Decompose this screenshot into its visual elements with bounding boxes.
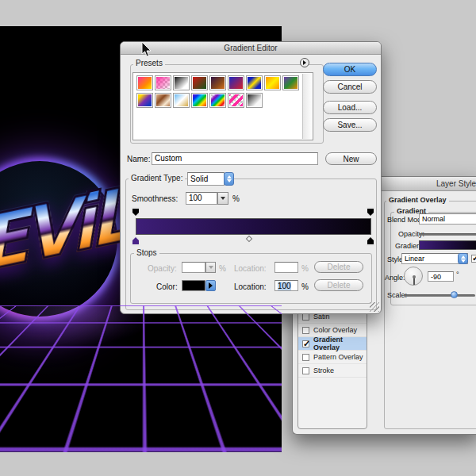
blend-mode-select[interactable]: Normal [419, 213, 476, 225]
gradient-editor-titlebar[interactable]: Gradient Editor [121, 42, 381, 55]
resize-grip[interactable] [370, 302, 379, 312]
scale-slider[interactable] [404, 294, 475, 297]
stop-opacity-input[interactable] [182, 262, 205, 273]
sidebar-item-label: Gradient Overlay [313, 336, 367, 351]
sidebar-item-label: Stroke [313, 367, 334, 374]
preset-swatch-violet-orange[interactable] [209, 75, 226, 90]
gradient-overlay-section-title: Gradient Overlay [386, 196, 449, 204]
angle-label: Angle: [385, 274, 405, 282]
save-button[interactable]: Save... [323, 118, 377, 132]
stop-opacity-label: Opacity: [148, 264, 177, 273]
gradient-overlay-swatch[interactable] [419, 240, 476, 250]
name-input[interactable]: Custom [152, 152, 318, 165]
stop-location2-input[interactable]: 100 [274, 280, 298, 291]
preset-swatch-orange-yellow-orange[interactable] [264, 75, 281, 90]
preset-swatch-violet-green-orange[interactable] [282, 75, 299, 90]
checkbox-stroke[interactable] [302, 367, 309, 374]
preset-swatch-yellow-violet-blue[interactable] [136, 93, 153, 108]
preset-swatch-copper[interactable] [155, 93, 171, 108]
checkbox-pattern-overlay[interactable] [302, 354, 309, 361]
sidebar-item-pattern-overlay[interactable]: Pattern Overlay [298, 351, 367, 364]
ok-button[interactable]: OK [323, 63, 377, 76]
mouse-cursor-icon [141, 42, 152, 58]
preset-swatch-pink-stripes-transparent[interactable] [228, 93, 244, 108]
cancel-button[interactable]: Cancel [323, 80, 377, 94]
delete-color-stop-button[interactable]: Delete [314, 279, 363, 291]
smoothness-label: Smoothness: [132, 194, 178, 203]
gradient-editor-dialog: Gradient Editor Presets OK Cancel Load..… [120, 41, 382, 314]
gradient-type-select[interactable]: Solid [187, 172, 225, 186]
stop-location2-percent: % [301, 282, 309, 291]
name-label: Name: [127, 155, 150, 163]
smoothness-input[interactable]: 100 [186, 192, 217, 205]
presets-scrollbar[interactable] [302, 74, 312, 139]
preset-swatch-blue-red[interactable] [228, 75, 244, 90]
sidebar-item-label: Color Overlay [313, 326, 357, 334]
smoothness-percent: % [232, 194, 240, 203]
angle-dial[interactable] [404, 267, 423, 286]
sidebar-item-label: Pattern Overlay [313, 353, 363, 361]
preset-swatch-black-white[interactable] [173, 75, 190, 90]
preset-swatch-rainbow[interactable] [191, 93, 208, 108]
presets-label: Presets [133, 59, 165, 67]
stop-color-swatch[interactable] [182, 280, 205, 291]
smoothness-dropdown-icon[interactable] [217, 192, 228, 205]
stop-location1-percent: % [301, 264, 309, 273]
align-with-layer-checkbox[interactable] [471, 255, 476, 263]
scale-slider-thumb[interactable] [451, 291, 458, 298]
preset-swatch-transparent-rainbow[interactable] [209, 93, 226, 108]
new-button[interactable]: New [325, 152, 377, 165]
gradient-type-label: Gradient Type: [129, 174, 185, 182]
gradient-preview-bar[interactable] [136, 218, 371, 235]
sidebar-item-gradient-overlay[interactable]: Gradient Overlay [298, 337, 367, 351]
presets-panel [132, 72, 313, 140]
stop-location1-label: Location: [234, 264, 267, 273]
angle-input[interactable]: -90 [428, 271, 454, 282]
stop-color-dropdown-icon[interactable] [205, 280, 216, 291]
presets-flyout-menu-icon[interactable] [300, 58, 309, 67]
checkbox-color-overlay[interactable] [302, 327, 309, 334]
stops-label: Stops [134, 248, 159, 257]
preset-swatch-blue-white-gold[interactable] [173, 93, 190, 108]
checkbox-gradient-overlay[interactable] [302, 340, 309, 347]
preset-swatch-magenta-yellow[interactable] [136, 75, 153, 90]
degree-symbol: ° [456, 271, 459, 278]
stop-opacity-percent: % [219, 264, 226, 273]
preset-swatch-magenta-transparent[interactable] [155, 75, 171, 90]
layer-style-title: Layer Style [436, 179, 476, 188]
retro-grid [0, 305, 282, 452]
preset-swatch-black-white-corner[interactable] [246, 93, 263, 108]
stop-location1-input[interactable] [274, 262, 298, 273]
load-button[interactable]: Load... [323, 101, 377, 114]
stop-opacity-dropdown-icon[interactable] [205, 262, 216, 273]
gradient-editor-title: Gradient Editor [121, 44, 381, 52]
stop-color-label: Color: [156, 282, 178, 291]
delete-opacity-stop-button[interactable]: Delete [314, 261, 363, 273]
style-select-stepper[interactable] [458, 253, 468, 264]
sidebar-item-stroke[interactable]: Stroke [298, 364, 367, 378]
preset-swatch-red-green[interactable] [191, 75, 208, 90]
stop-location2-label: Location: [234, 282, 267, 291]
preset-swatch-blue-yellow-blue[interactable] [246, 75, 263, 90]
gradient-type-stepper[interactable] [224, 172, 234, 186]
opacity-slider[interactable] [419, 233, 476, 236]
